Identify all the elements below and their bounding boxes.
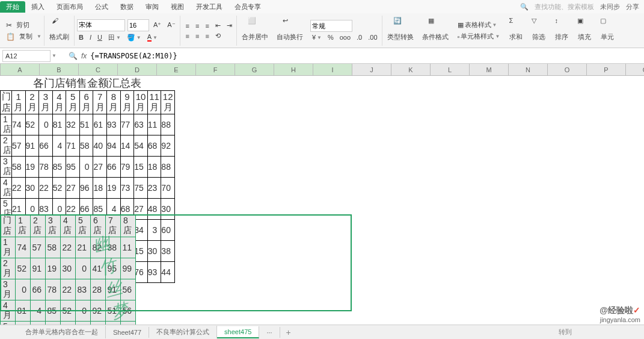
cond-format-button[interactable]: ▦ 条件格式 xyxy=(419,16,452,43)
comma-button[interactable]: ooo xyxy=(338,33,352,42)
col-header-B[interactable]: B xyxy=(40,64,79,75)
sheet-tab-3[interactable]: 不良率的计算公式 xyxy=(149,326,217,338)
sort-icon: ↕ xyxy=(554,17,569,31)
watermark-logo: @经验啦✓ jingyanla.com xyxy=(600,305,640,323)
search-icon[interactable]: 🔍 xyxy=(520,3,529,11)
share-button[interactable]: 分享 xyxy=(626,2,639,11)
transposed-table[interactable]: 门店1店2店3店4店5店6店7店8店1月74575822218238112月52… xyxy=(0,214,136,329)
type-convert-button[interactable]: 🔄 类型转换 xyxy=(384,16,417,43)
col-header-Q[interactable]: Q xyxy=(626,64,644,75)
search-fn-icon[interactable]: 🔍 xyxy=(69,52,78,60)
search-placeholder[interactable]: 查找功能、搜索模板 xyxy=(535,2,594,11)
bold-button[interactable]: B xyxy=(77,33,85,42)
tab-member[interactable]: 会员专享 xyxy=(228,2,267,11)
sheet-tab-1[interactable]: 合并单元格内容合在一起 xyxy=(18,326,106,338)
col-header-C[interactable]: C xyxy=(79,64,118,75)
copy-button[interactable]: 复制 xyxy=(17,31,34,42)
sheet-tabs-bar: 合并单元格内容合在一起 Sheet477 不良率的计算公式 sheet475 ·… xyxy=(0,325,644,339)
sort-button[interactable]: ↕ 排序 xyxy=(551,16,572,43)
cut-button[interactable]: 剪切 xyxy=(14,20,31,30)
convert-icon: 🔄 xyxy=(393,17,408,31)
tab-home[interactable]: 开始 xyxy=(0,1,25,13)
tab-review[interactable]: 审阅 xyxy=(140,2,165,11)
col-header-K[interactable]: K xyxy=(391,64,431,75)
dec-dec-button[interactable]: .00 xyxy=(366,33,379,42)
tab-insert[interactable]: 插入 xyxy=(25,2,51,11)
sheet-tab-2[interactable]: Sheet477 xyxy=(106,327,149,338)
table-style-icon: ▦ xyxy=(458,21,464,29)
increase-font-button[interactable]: A⁺ xyxy=(152,20,163,30)
tab-layout[interactable]: 页面布局 xyxy=(51,2,89,11)
merge-icon: ⬜ xyxy=(248,17,262,31)
col-header-I[interactable]: I xyxy=(313,64,352,75)
format-painter-button[interactable]: 🖌 格式刷 xyxy=(46,16,73,43)
tab-data[interactable]: 数据 xyxy=(114,2,140,11)
tab-view[interactable]: 视图 xyxy=(165,2,190,11)
ribbon-toolbar: ✂ 剪切 📋 复制 ▼ 🖌 格式刷 A⁺ A⁻ B I U 田▼ 🪣▼ A▼ xyxy=(0,13,644,48)
col-header-J[interactable]: J xyxy=(352,64,391,75)
underline-button[interactable]: U xyxy=(96,33,104,42)
formula-input[interactable] xyxy=(90,52,451,60)
table-style-button[interactable]: ▦ 表格样式▼ xyxy=(456,20,502,30)
add-sheet-button[interactable]: + xyxy=(280,328,297,337)
col-header-P[interactable]: P xyxy=(587,64,626,75)
number-format-select[interactable] xyxy=(310,20,352,32)
fx-icon[interactable]: fx xyxy=(81,52,87,60)
menu-tabs-row: 开始 插入 页面布局 公式 数据 审阅 视图 开发工具 会员专享 🔍 查找功能、… xyxy=(0,0,644,13)
align-right-button[interactable]: ≡ xyxy=(203,32,210,40)
fill-icon: ▣ xyxy=(577,17,592,31)
filter-button[interactable]: ▽ 筛选 xyxy=(528,16,550,43)
font-family-select[interactable] xyxy=(77,19,125,31)
copy-icon[interactable]: 📋 xyxy=(6,33,15,41)
fill-button[interactable]: ▣ 填充 xyxy=(574,16,595,43)
cell-style-button[interactable]: ▫ 单元格样式▼ xyxy=(456,31,502,42)
col-header-O[interactable]: O xyxy=(548,64,587,75)
spreadsheet-grid: ABCDEFGHIJKLMNOPQ 各门店销售金额汇总表门店1月2月3月4月5月… xyxy=(0,64,644,329)
align-mid-button[interactable]: ≡ xyxy=(194,22,201,30)
wrap-text-button[interactable]: ↩ 自动换行 xyxy=(273,16,307,43)
col-header-N[interactable]: N xyxy=(509,64,548,75)
col-header-F[interactable]: F xyxy=(196,64,235,75)
sigma-icon: Σ xyxy=(509,17,523,31)
sync-status[interactable]: 未同步 xyxy=(600,2,620,11)
tab-formula[interactable]: 公式 xyxy=(89,2,114,11)
font-size-select[interactable] xyxy=(127,19,149,31)
col-header-G[interactable]: G xyxy=(235,64,274,75)
cell-style-icon: ▫ xyxy=(458,33,460,40)
tab-dev[interactable]: 开发工具 xyxy=(190,2,228,11)
indent-inc-button[interactable]: ⇥ xyxy=(225,21,234,30)
col-header-L[interactable]: L xyxy=(431,64,470,75)
align-bot-button[interactable]: ≡ xyxy=(203,22,210,30)
sheet-tab-more[interactable]: ··· xyxy=(259,327,280,338)
orientation-button[interactable]: ⟲ xyxy=(213,31,222,40)
border-button[interactable]: 田▼ xyxy=(106,33,123,43)
cell-button[interactable]: ▢ 单元 xyxy=(596,16,618,43)
funnel-icon: ▽ xyxy=(532,17,546,31)
align-center-button[interactable]: ≡ xyxy=(194,32,201,40)
col-header-M[interactable]: M xyxy=(470,64,509,75)
cut-icon[interactable]: ✂ xyxy=(6,21,12,30)
merge-center-button[interactable]: ⬜ 合并居中 xyxy=(238,16,272,43)
font-color-button[interactable]: A▼ xyxy=(146,33,159,42)
column-headers: ABCDEFGHIJKLMNOPQ xyxy=(0,64,644,76)
goto-label: 转到 xyxy=(559,328,644,337)
dec-inc-button[interactable]: .0 xyxy=(355,33,364,42)
brush-icon: 🖌 xyxy=(52,17,66,31)
align-top-button[interactable]: ≡ xyxy=(184,22,191,30)
sum-button[interactable]: Σ 求和 xyxy=(505,16,527,43)
name-box[interactable]: A12 xyxy=(2,50,51,62)
align-left-button[interactable]: ≡ xyxy=(184,32,191,40)
currency-button[interactable]: ¥▼ xyxy=(310,33,324,42)
col-header-E[interactable]: E xyxy=(157,64,196,75)
wrap-icon: ↩ xyxy=(283,17,297,31)
col-header-A[interactable]: A xyxy=(1,64,40,75)
italic-button[interactable]: I xyxy=(88,33,93,42)
indent-dec-button[interactable]: ⇤ xyxy=(213,21,222,30)
decrease-font-button[interactable]: A⁻ xyxy=(165,20,177,30)
cond-fmt-icon: ▦ xyxy=(428,17,443,31)
col-header-D[interactable]: D xyxy=(118,64,157,75)
percent-button[interactable]: % xyxy=(326,33,336,42)
sheet-tab-4[interactable]: sheet475 xyxy=(217,326,259,338)
fill-color-button[interactable]: 🪣▼ xyxy=(125,33,143,42)
col-header-H[interactable]: H xyxy=(274,64,313,75)
